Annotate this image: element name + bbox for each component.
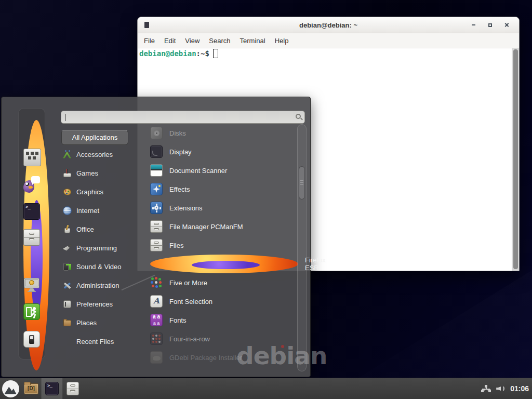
menubar-item[interactable]: Edit	[159, 35, 180, 47]
close-icon	[504, 23, 509, 28]
files-task-button[interactable]	[62, 378, 83, 399]
lock-screen-icon[interactable]	[23, 276, 40, 293]
application-item[interactable]: GDebi Package Installer	[150, 348, 298, 367]
category-item[interactable]: Accessories	[63, 145, 146, 164]
favorite-files-icon[interactable]	[23, 229, 40, 246]
terminal-window-title: debian@debian: ~	[299, 21, 357, 29]
files-icon	[150, 239, 163, 251]
category-item[interactable]: Graphics	[63, 182, 146, 201]
category-list: Accessories Games Graphics Internet Offi…	[63, 145, 146, 351]
application-item[interactable]: Display	[150, 142, 298, 161]
menubar-item[interactable]: Search	[204, 35, 235, 47]
network-icon-bar	[482, 389, 490, 390]
internet-icon	[63, 206, 72, 215]
shell-prompt: debian@debian:~$	[139, 49, 218, 58]
text-caret	[65, 114, 65, 121]
maximize-icon	[488, 23, 492, 27]
terminal-cursor	[213, 49, 218, 58]
terminal-scrollbar[interactable]	[512, 48, 519, 271]
maximize-button[interactable]	[487, 22, 493, 28]
category-item[interactable]: Sound & Video	[63, 257, 146, 276]
application-item[interactable]: Document Scanner	[150, 161, 298, 180]
category-item[interactable]: Office	[63, 220, 146, 238]
category-item[interactable]: Places	[63, 313, 146, 332]
terminal-menubar: FileEditViewSearchTerminalHelp	[138, 33, 519, 48]
application-item[interactable]: Disks	[150, 124, 298, 142]
pidgin-beak	[29, 186, 33, 189]
pidgin-speech-bubble	[31, 176, 40, 183]
minimize-button[interactable]	[470, 22, 476, 28]
application-item[interactable]: Files	[150, 236, 298, 255]
menubar-item[interactable]: View	[180, 35, 204, 47]
favorites-sidebar	[18, 108, 45, 360]
search-input[interactable]	[61, 111, 305, 124]
category-all-applications[interactable]: All Applications	[61, 130, 128, 145]
menu-scrollbar[interactable]	[297, 124, 307, 371]
desktop-folder-button[interactable]: [D]	[21, 378, 42, 399]
application-item[interactable]: Extensions	[150, 198, 298, 217]
close-button[interactable]	[503, 22, 510, 28]
graphics-icon	[63, 188, 72, 196]
preferences-icon	[63, 300, 72, 309]
favorite-pidgin-icon[interactable]	[23, 176, 40, 193]
category-item[interactable]: Games	[63, 164, 146, 182]
prompt-user-host: debian@debian	[139, 49, 196, 58]
display-icon	[150, 145, 163, 158]
terminal-icon	[45, 382, 59, 395]
document-scanner-icon	[150, 164, 163, 177]
folder-icon: [D]	[24, 383, 38, 394]
terminal-window-icon	[144, 22, 149, 28]
effects-icon	[150, 183, 163, 195]
application-item[interactable]: Four-in-a-row	[150, 329, 298, 348]
menu-scrollbar-thumb[interactable]	[299, 166, 305, 200]
application-item[interactable]: Font Selection	[150, 292, 298, 311]
prompt-suffix: :~$	[196, 49, 209, 58]
administration-icon	[63, 281, 72, 290]
category-item[interactable]: Preferences	[63, 295, 146, 313]
category-item[interactable]: Recent Files	[63, 332, 146, 351]
no-icon	[63, 337, 72, 346]
sound-video-icon	[63, 262, 72, 271]
application-item[interactable]: File Manager PCManFM	[150, 217, 298, 236]
menubar-item[interactable]: File	[139, 35, 159, 47]
application-item[interactable]: Fonts	[150, 311, 298, 329]
terminal-task-button[interactable]	[42, 378, 62, 399]
pidgin-eye	[25, 182, 29, 186]
file-cabinet-icon	[66, 382, 79, 395]
favorite-software-icon[interactable]	[23, 149, 41, 166]
five-or-more-icon	[150, 276, 163, 289]
folder-badge: [D]	[24, 385, 38, 391]
clock[interactable]: 01:06	[510, 384, 529, 393]
network-icon[interactable]	[481, 385, 491, 393]
programming-icon	[63, 244, 72, 252]
taskbar-launchers: [D]	[0, 378, 83, 399]
menu-orb-icon	[2, 380, 19, 397]
terminal-scrollbar-thumb[interactable]	[513, 49, 518, 269]
menu-button[interactable]	[0, 378, 21, 399]
system-tray: 01:06	[481, 378, 529, 399]
category-item[interactable]: Administration	[63, 276, 146, 295]
menubar-item[interactable]: Help	[270, 35, 294, 47]
taskbar: [D] 01:06	[0, 378, 532, 399]
category-item[interactable]: Programming	[63, 238, 146, 257]
four-in-a-row-icon	[150, 332, 163, 345]
font-selection-icon	[150, 295, 163, 308]
places-icon	[63, 318, 72, 327]
application-item[interactable]: Effects	[150, 180, 298, 198]
lock-badge	[29, 280, 34, 285]
volume-icon[interactable]	[496, 385, 505, 392]
logout-icon[interactable]	[23, 303, 40, 320]
monitor-base	[28, 291, 36, 292]
application-item[interactable]: Five or More	[150, 273, 298, 292]
menubar-item[interactable]: Terminal	[235, 35, 270, 47]
disks-icon	[150, 127, 163, 139]
firefox-icon	[150, 255, 298, 273]
shutdown-icon[interactable]	[23, 331, 40, 348]
category-item[interactable]: Internet	[63, 201, 146, 220]
terminal-titlebar[interactable]: debian@debian: ~	[138, 17, 519, 33]
applications-menu: debian	[1, 97, 311, 377]
games-icon	[63, 169, 72, 178]
application-item[interactable]: Firefox ESR	[150, 255, 298, 273]
favorite-terminal-icon[interactable]	[23, 203, 40, 220]
file-manager-icon	[150, 220, 163, 233]
